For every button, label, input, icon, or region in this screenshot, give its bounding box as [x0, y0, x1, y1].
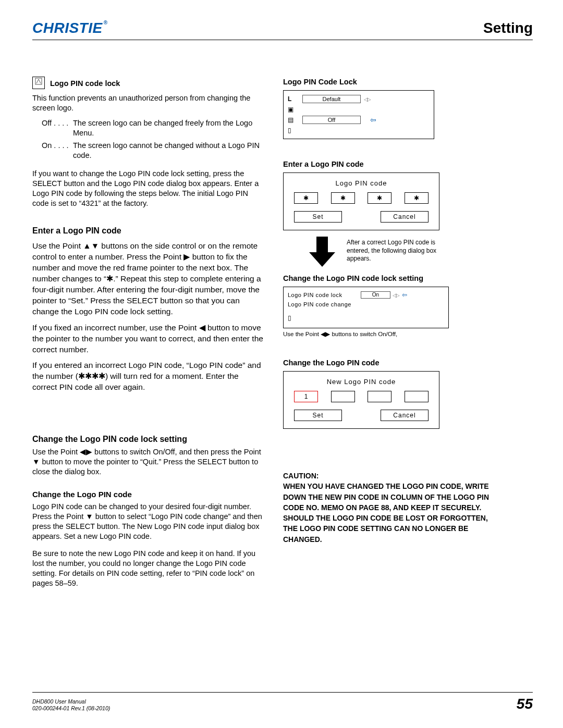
triangle-down-icon: ▼ — [85, 512, 93, 522]
arrow-left-icon: ⇦ — [402, 291, 407, 299]
section-title: Setting — [483, 20, 533, 36]
footer-line-2: 020-000244-01 Rev.1 (08-2010) — [32, 705, 110, 712]
s2-p2: If you fixed an incorrect number, use th… — [32, 323, 264, 355]
triangle-left-right-icon: ◀▶ — [321, 330, 330, 338]
quit-icon: ▯ — [288, 314, 297, 322]
triangle-left-right-icon: ◀▶ — [80, 447, 92, 457]
off-label: Off . . . . — [42, 118, 73, 138]
arrow-down-icon — [304, 237, 340, 268]
new-pin-digit-2[interactable] — [331, 391, 355, 402]
pin-digit-1[interactable]: ✱ — [294, 192, 318, 204]
lr-arrows-icon: ◁▷ — [393, 292, 399, 298]
s1-body: This function prevents an unauthorized p… — [32, 93, 264, 113]
s2-p3: If you entered an incorrect Logo PIN cod… — [32, 360, 264, 393]
r-title-2: Enter a Logo PIN code — [283, 160, 499, 168]
s3-title: Change the Logo PIN code lock setting — [32, 435, 264, 444]
arrow-left-icon: ⇦ — [370, 116, 376, 124]
new-pin-digit-1[interactable]: 1 — [294, 391, 318, 402]
lock-setting-dialog: Logo PIN code lock On ◁▷ ⇦ Logo PIN code… — [283, 287, 449, 328]
caution-text: WHEN YOU HAVE CHANGED THE LOGO PIN CODE,… — [283, 481, 499, 545]
new-pin-dialog: New Logo PIN code 1 Set Cancel — [283, 371, 439, 429]
default-field[interactable]: Default — [302, 95, 361, 103]
christie-logo: CHRISTIE® — [32, 20, 108, 36]
off-text: The screen logo can be changed freely fr… — [73, 118, 264, 138]
logo-menu-box: L Default ◁▷ ▣ ▤ Off ⇦ ▯ — [283, 90, 434, 139]
s2-title: Enter a Logo PIN code — [32, 226, 264, 236]
cancel-button[interactable]: Cancel — [381, 211, 429, 223]
on-label: On . . . . — [42, 141, 73, 161]
s1-p2: If you want to change the Logo PIN code … — [32, 169, 264, 209]
r-title-4: Change the Logo PIN code — [283, 359, 499, 367]
off-field[interactable]: Off — [302, 116, 361, 124]
lock-icon: ▤ — [288, 116, 297, 124]
lock-on-field[interactable]: On — [361, 291, 390, 299]
triangle-up-down-icon: ▲▼ — [83, 241, 99, 252]
arrow-text: After a correct Logo PIN code is entered… — [347, 239, 446, 263]
page-footer: DHD800 User Manual 020-000244-01 Rev.1 (… — [32, 692, 533, 712]
enter-pin-dialog: Logo PIN code ✱ ✱ ✱ ✱ Set Cancel — [283, 172, 439, 230]
registered-icon: ® — [104, 20, 108, 26]
footer-line-1: DHD800 User Manual — [32, 698, 110, 706]
new-pin-title: New Logo PIN code — [291, 378, 432, 386]
lr-arrows-icon: ◁▷ — [364, 96, 370, 102]
lock-row-2-label: Logo PIN code change — [288, 301, 361, 307]
s2-p1: Use the Point ▲▼ buttons on the side con… — [32, 241, 264, 317]
caution-label: CAUTION: — [283, 471, 499, 481]
brand-text: CHRISTIE — [32, 20, 103, 36]
l-icon: L — [288, 95, 297, 103]
triangle-right-icon: ▶ — [183, 252, 190, 263]
caution-block: CAUTION: WHEN YOU HAVE CHANGED THE LOGO … — [283, 471, 499, 545]
new-pin-digit-4[interactable] — [405, 391, 429, 402]
set-button[interactable]: Set — [294, 410, 342, 421]
new-pin-digit-3[interactable] — [368, 391, 391, 402]
set-button[interactable]: Set — [294, 211, 342, 223]
pin-digit-3[interactable]: ✱ — [368, 192, 391, 204]
lock-row-1-label: Logo PIN code lock — [288, 292, 361, 298]
s3-p1: Use the Point ◀▶ buttons to switch On/Of… — [32, 447, 264, 477]
logo-pin-lock-icon — [32, 77, 45, 89]
triangle-down-icon: ▼ — [32, 457, 40, 467]
cancel-button[interactable]: Cancel — [381, 410, 429, 421]
enter-pin-title: Logo PIN code — [291, 179, 432, 187]
s4-p1: Logo PIN code can be changed to your des… — [32, 502, 264, 542]
r-title-3: Change the Logo PIN code lock setting — [283, 274, 499, 282]
on-text: The screen logo cannot be changed withou… — [73, 141, 264, 161]
svg-marker-2 — [309, 252, 335, 267]
s4-title: Change the Logo PIN code — [32, 490, 264, 499]
lock-note: Use the Point ◀▶ buttons to switch On/Of… — [283, 330, 499, 338]
page-number: 55 — [517, 696, 533, 712]
capture-icon: ▣ — [288, 106, 297, 113]
quit-icon: ▯ — [288, 127, 297, 134]
s4-p2: Be sure to note the new Logo PIN code an… — [32, 549, 264, 589]
s1-title: Logo PIN code lock — [50, 79, 120, 88]
pin-digit-4[interactable]: ✱ — [405, 192, 429, 204]
pin-digit-2[interactable]: ✱ — [331, 192, 355, 204]
triangle-left-icon: ◀ — [199, 323, 205, 334]
r-title-1: Logo PIN Code Lock — [283, 78, 499, 86]
page-header: CHRISTIE® Setting — [32, 20, 533, 40]
svg-rect-1 — [316, 237, 328, 252]
